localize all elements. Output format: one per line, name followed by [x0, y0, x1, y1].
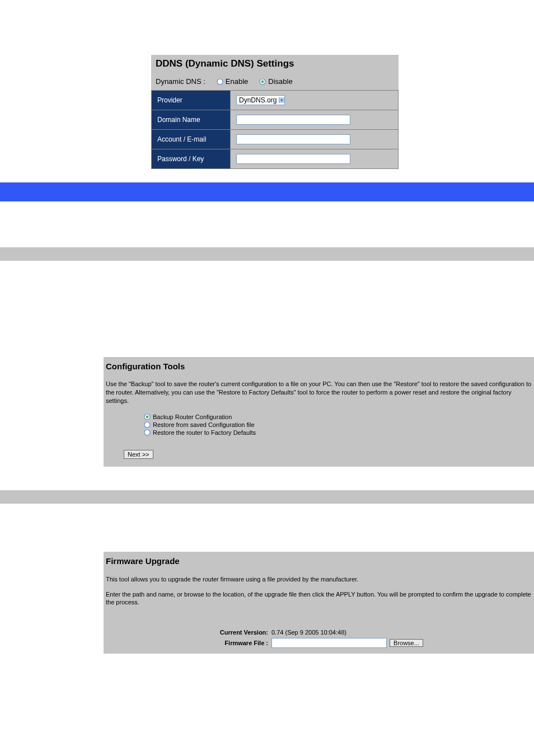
firmware-title: Firmware Upgrade	[104, 552, 534, 570]
provider-label: Provider	[152, 91, 230, 110]
radio-unchecked-icon	[144, 421, 151, 428]
ddns-radio-row: Dynamic DNS : Enable Disable	[151, 73, 399, 90]
svg-point-2	[261, 80, 264, 83]
ddns-title: DDNS (Dynamic DNS) Settings	[151, 55, 399, 73]
separator-bar-grey-2	[0, 490, 534, 504]
config-tools-options: Backup Router Configuration Restore from…	[104, 407, 534, 441]
account-input[interactable]	[236, 134, 350, 144]
svg-point-4	[146, 415, 149, 418]
radio-unchecked-icon	[144, 429, 151, 436]
radio-checked-icon	[259, 78, 266, 85]
disable-label: Disable	[268, 77, 292, 86]
ddns-panel: DDNS (Dynamic DNS) Settings Dynamic DNS …	[151, 55, 399, 169]
firmware-file-label: Firmware File :	[104, 640, 271, 646]
provider-select[interactable]: DynDNS.org ▾	[236, 95, 285, 105]
account-label: Account / E-mail	[152, 130, 230, 149]
ddns-table: Provider DynDNS.org ▾ Domain Name Accoun…	[151, 90, 399, 169]
domain-label: Domain Name	[152, 110, 230, 129]
svg-point-6	[144, 430, 150, 435]
ddns-enable-radio[interactable]: Enable	[217, 77, 248, 86]
enable-label: Enable	[226, 77, 248, 86]
radio-checked-icon	[144, 414, 151, 420]
config-tools-title: Configuration Tools	[104, 357, 534, 375]
current-version-label: Current Version:	[104, 629, 271, 636]
browse-button[interactable]: Browse...	[390, 639, 423, 647]
next-button[interactable]: Next >>	[124, 450, 153, 459]
password-input[interactable]	[236, 154, 350, 164]
password-label: Password / Key	[152, 149, 230, 168]
backup-option[interactable]: Backup Router Configuration	[144, 413, 534, 421]
separator-bar-blue	[0, 182, 534, 201]
firmware-desc2: Enter the path and name, or browse to th…	[104, 584, 534, 608]
current-version-value: 0.74 (Sep 9 2005 10:04:48)	[271, 629, 346, 636]
svg-point-0	[217, 79, 223, 84]
ddns-disable-radio[interactable]: Disable	[259, 77, 292, 86]
config-tools-panel: Configuration Tools Use the "Backup" too…	[104, 357, 534, 467]
firmware-file-input[interactable]	[271, 638, 387, 648]
svg-point-5	[144, 422, 150, 428]
config-tools-description: Use the "Backup" tool to save the router…	[104, 375, 534, 407]
ddns-label: Dynamic DNS :	[156, 77, 205, 86]
provider-select-value: DynDNS.org	[237, 96, 279, 105]
firmware-form: Current Version: 0.74 (Sep 9 2005 10:04:…	[104, 608, 534, 649]
factory-defaults-label: Restore the router to Factory Defaults	[153, 429, 256, 436]
separator-bar-grey-1	[0, 247, 534, 261]
restore-file-option[interactable]: Restore from saved Configuration file	[144, 421, 534, 429]
backup-label: Backup Router Configuration	[153, 414, 232, 420]
domain-input[interactable]	[236, 115, 350, 125]
firmware-panel: Firmware Upgrade This tool allows you to…	[104, 552, 534, 654]
factory-defaults-option[interactable]: Restore the router to Factory Defaults	[144, 429, 534, 436]
radio-unchecked-icon	[217, 78, 223, 85]
firmware-desc1: This tool allows you to upgrade the rout…	[104, 570, 534, 584]
chevron-down-icon: ▾	[279, 97, 284, 103]
restore-file-label: Restore from saved Configuration file	[153, 421, 255, 428]
